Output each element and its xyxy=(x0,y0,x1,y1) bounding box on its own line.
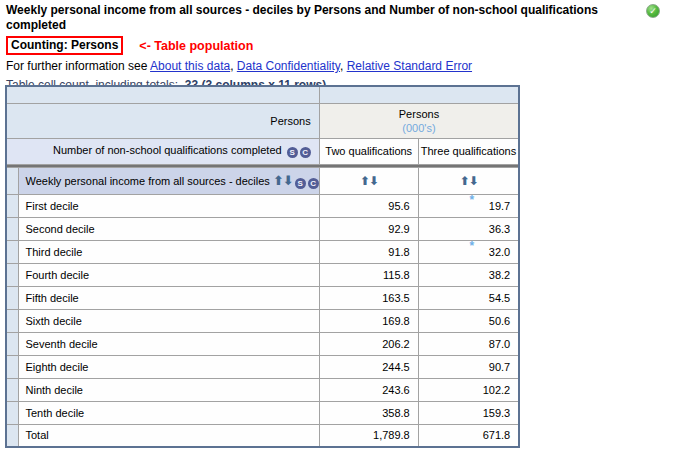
row-label: Ninth decile xyxy=(18,378,319,401)
row-label: Fourth decile xyxy=(18,263,319,286)
gutter-cell xyxy=(6,263,18,286)
data-cell: 243.6 xyxy=(319,378,418,401)
column-header-three-qualifications: Three qualifications xyxy=(418,138,519,164)
wafer-label-cell: Persons xyxy=(6,103,319,138)
measure-name: Persons xyxy=(320,107,519,121)
spacer-cell xyxy=(6,86,319,103)
gutter-cell xyxy=(6,401,18,424)
data-cell: 36.3 xyxy=(418,217,519,240)
annotation-flag-icon: * xyxy=(470,194,475,207)
data-cell: 244.5 xyxy=(319,355,418,378)
table-row: Seventh decile 206.2 87.0 xyxy=(6,332,519,355)
data-cell: *19.7 xyxy=(418,194,519,217)
table-population-annotation: <- Table population xyxy=(139,39,253,53)
measure-unit: (000's) xyxy=(320,121,519,135)
data-confidentiality-link[interactable]: Data Confidentiality xyxy=(237,59,340,73)
table-row: First decile 95.6 *19.7 xyxy=(6,194,519,217)
gutter-cell xyxy=(6,217,18,240)
gutter-cell xyxy=(6,309,18,332)
data-cell: *32.0 xyxy=(418,240,519,263)
table-row: Ninth decile 243.6 102.2 xyxy=(6,378,519,401)
annotation-flag-icon: * xyxy=(470,240,475,253)
column-sort-control: ⬆⬇ xyxy=(418,167,519,194)
total-row: Total 1,789.8 671.8 xyxy=(6,424,519,447)
table-row: Second decile 92.9 36.3 xyxy=(6,217,519,240)
c-circle-icon[interactable]: C xyxy=(308,178,319,189)
gutter-cell xyxy=(6,355,18,378)
gutter-cell xyxy=(6,332,18,355)
data-cell: 95.6 xyxy=(319,194,418,217)
table-row: Sixth decile 169.8 50.6 xyxy=(6,309,519,332)
data-cell: 91.8 xyxy=(319,240,418,263)
row-dimension-label: Weekly personal income from all sources … xyxy=(26,175,270,187)
gutter-cell xyxy=(6,286,18,309)
sort-descending-icon[interactable]: ⬇ xyxy=(283,173,293,188)
column-sort-control: ⬆⬇ xyxy=(319,167,418,194)
table-row: Fourth decile 115.8 38.2 xyxy=(6,263,519,286)
counting-persons-label: Counting: Persons xyxy=(6,36,123,55)
s-circle-icon[interactable]: S xyxy=(295,178,306,189)
data-cell: 169.8 xyxy=(319,309,418,332)
gutter-cell xyxy=(6,194,18,217)
data-cell: 1,789.8 xyxy=(319,424,418,447)
data-cell: 38.2 xyxy=(418,263,519,286)
data-cell: 102.2 xyxy=(418,378,519,401)
data-cell: 159.3 xyxy=(418,401,519,424)
separator-text: , xyxy=(340,59,347,73)
gutter-cell xyxy=(6,167,18,194)
gutter-cell xyxy=(6,378,18,401)
data-cell: 163.5 xyxy=(319,286,418,309)
data-cell: 206.2 xyxy=(319,332,418,355)
row-dimension-row: Weekly personal income from all sources … xyxy=(6,167,519,194)
row-label: Fifth decile xyxy=(18,286,319,309)
spacer-cell xyxy=(319,86,519,103)
table-row: Eighth decile 244.5 90.7 xyxy=(6,355,519,378)
table-row: Fifth decile 163.5 54.5 xyxy=(6,286,519,309)
column-dimension-label: Number of non-school qualifications comp… xyxy=(53,144,282,156)
spacer-row xyxy=(6,86,519,103)
row-label: Tenth decile xyxy=(18,401,319,424)
column-dimension-cell: Number of non-school qualifications comp… xyxy=(6,138,319,164)
relative-standard-error-link[interactable]: Relative Standard Error xyxy=(347,59,472,73)
data-cell: 87.0 xyxy=(418,332,519,355)
tablebuilder-results-page: Weekly personal income from all sources … xyxy=(0,0,689,452)
c-circle-icon[interactable]: C xyxy=(300,147,311,158)
success-check-icon: ✓ xyxy=(646,4,660,18)
results-table: Persons Persons (000's) Number of non-sc… xyxy=(5,85,520,448)
row-label: Eighth decile xyxy=(18,355,319,378)
data-cell: 115.8 xyxy=(319,263,418,286)
info-prefix-text: For further information see xyxy=(6,59,150,73)
sort-ascending-icon[interactable]: ⬆ xyxy=(273,173,283,188)
row-label: First decile xyxy=(18,194,319,217)
row-label: Third decile xyxy=(18,240,319,263)
gutter-cell xyxy=(6,240,18,263)
sort-descending-icon[interactable]: ⬇ xyxy=(468,174,477,188)
measure-header-row: Persons Persons (000's) xyxy=(6,103,519,138)
row-label: Sixth decile xyxy=(18,309,319,332)
column-dimension-row: Number of non-school qualifications comp… xyxy=(6,138,519,164)
separator-text: , xyxy=(230,59,237,73)
table-title: Weekly personal income from all sources … xyxy=(6,3,598,32)
about-this-data-link[interactable]: About this data xyxy=(150,59,230,73)
data-cell: 50.6 xyxy=(418,309,519,332)
row-label: Seventh decile xyxy=(18,332,319,355)
data-cell: 671.8 xyxy=(418,424,519,447)
row-label: Second decile xyxy=(18,217,319,240)
table-row: Third decile 91.8 *32.0 xyxy=(6,240,519,263)
data-cell: 92.9 xyxy=(319,217,418,240)
sort-descending-icon[interactable]: ⬇ xyxy=(369,174,378,188)
data-cell: 54.5 xyxy=(418,286,519,309)
column-header-two-qualifications: Two qualifications xyxy=(319,138,418,164)
row-dimension-cell: Weekly personal income from all sources … xyxy=(18,167,319,194)
row-label: Total xyxy=(18,424,319,447)
s-circle-icon[interactable]: S xyxy=(287,147,298,158)
data-cell: 90.7 xyxy=(418,355,519,378)
gutter-cell xyxy=(6,424,18,447)
sort-ascending-icon[interactable]: ⬆ xyxy=(360,174,369,188)
table-row: Tenth decile 358.8 159.3 xyxy=(6,401,519,424)
further-information-line: For further information see About this d… xyxy=(6,59,684,73)
page-header: Weekly personal income from all sources … xyxy=(6,3,684,92)
data-cell: 358.8 xyxy=(319,401,418,424)
measure-cell: Persons (000's) xyxy=(319,103,519,138)
